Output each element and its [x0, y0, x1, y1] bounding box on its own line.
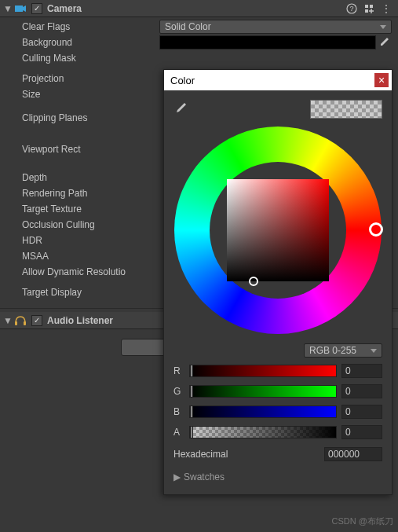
sv-handle[interactable]: [249, 277, 258, 286]
swatches-row[interactable]: ▶ Swatches: [173, 469, 382, 485]
slider-thumb[interactable]: [190, 426, 193, 438]
slider-thumb[interactable]: [190, 385, 193, 398]
help-icon[interactable]: ?: [346, 3, 357, 14]
target-display-label: Target Display: [22, 287, 159, 298]
viewport-rect-label: Viewport Rect: [22, 144, 159, 155]
channel-g-row: G 0: [173, 383, 382, 400]
color-picker-title-bar[interactable]: Color ×: [164, 70, 392, 90]
close-icon[interactable]: ×: [374, 73, 389, 87]
camera-icon: [14, 2, 27, 15]
svg-text:?: ?: [349, 5, 353, 13]
background-color-swatch[interactable]: [159, 35, 376, 50]
svg-rect-7: [24, 321, 26, 325]
saturation-value-box[interactable]: [227, 179, 329, 281]
hex-value-input[interactable]: 000000: [324, 447, 382, 461]
g-value-input[interactable]: 0: [341, 384, 382, 398]
hex-row: Hexadecimal 000000: [173, 446, 382, 463]
allow-dynamic-res-label: Allow Dynamic Resolutio: [22, 266, 159, 277]
b-slider[interactable]: [189, 405, 337, 418]
r-value-input[interactable]: 0: [341, 364, 382, 378]
projection-label: Projection: [22, 73, 159, 84]
culling-mask-row: Culling Mask: [0, 50, 398, 66]
swatches-label: Swatches: [184, 471, 225, 482]
menu-icon[interactable]: ⋮: [381, 3, 392, 14]
color-picker-title: Color: [170, 75, 195, 86]
a-slider[interactable]: [189, 426, 337, 438]
culling-mask-label: Culling Mask: [22, 53, 159, 64]
slider-thumb[interactable]: [190, 405, 193, 418]
size-label: Size: [22, 89, 159, 100]
hue-handle[interactable]: [369, 222, 383, 237]
depth-label: Depth: [22, 172, 159, 183]
msaa-label: MSAA: [22, 251, 159, 262]
b-label: B: [173, 406, 189, 417]
g-slider[interactable]: [189, 385, 337, 398]
color-preview-swatch: [310, 100, 382, 119]
audio-enable-checkbox[interactable]: [31, 315, 42, 326]
eyedropper-icon[interactable]: [376, 35, 392, 50]
presets-icon[interactable]: [363, 3, 374, 14]
svg-rect-4: [370, 5, 373, 8]
hex-label: Hexadecimal: [173, 449, 324, 460]
background-label: Background: [22, 37, 159, 48]
svg-rect-5: [365, 9, 368, 13]
foldout-icon[interactable]: ▶: [173, 471, 181, 482]
foldout-icon[interactable]: ▼: [3, 3, 13, 14]
rendering-path-label: Rendering Path: [22, 188, 159, 199]
g-label: G: [173, 386, 189, 397]
camera-enable-checkbox[interactable]: [31, 3, 42, 14]
eyedropper-icon[interactable]: [173, 101, 189, 117]
target-texture-label: Target Texture: [22, 204, 159, 215]
component-title: Camera: [47, 3, 346, 14]
camera-header[interactable]: ▼ Camera ? ⋮: [0, 0, 398, 17]
channel-a-row: A 0: [173, 424, 382, 441]
hdr-label: HDR: [22, 235, 159, 246]
r-slider[interactable]: [189, 365, 337, 377]
svg-rect-0: [15, 6, 23, 12]
clipping-planes-label: Clipping Planes: [22, 112, 159, 123]
clear-flags-row: Clear Flags Solid Color: [0, 19, 398, 35]
color-picker-popup: Color × RGB 0-255 R 0: [163, 69, 393, 495]
headphones-icon: [14, 314, 27, 327]
a-label: A: [173, 427, 189, 438]
foldout-icon[interactable]: ▼: [3, 315, 13, 326]
color-mode-dropdown[interactable]: RGB 0-255: [304, 343, 382, 358]
occlusion-culling-label: Occlusion Culling: [22, 219, 159, 230]
channel-b-row: B 0: [173, 403, 382, 420]
color-wheel-area[interactable]: [174, 127, 382, 334]
r-label: R: [173, 365, 189, 376]
background-row: Background: [0, 35, 398, 50]
slider-thumb[interactable]: [190, 365, 193, 377]
clear-flags-label: Clear Flags: [22, 21, 159, 32]
svg-rect-3: [365, 5, 368, 8]
a-value-input[interactable]: 0: [341, 425, 382, 439]
b-value-input[interactable]: 0: [341, 405, 382, 419]
watermark: CSDN @布纸刀: [332, 515, 393, 527]
svg-rect-6: [15, 321, 17, 325]
clear-flags-dropdown[interactable]: Solid Color: [159, 20, 392, 34]
channel-r-row: R 0: [173, 362, 382, 380]
